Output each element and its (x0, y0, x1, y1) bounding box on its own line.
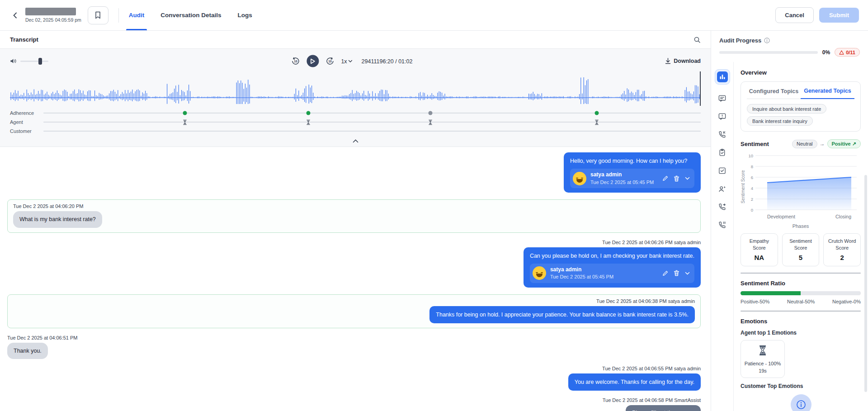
agents-sparkle-icon (718, 184, 726, 193)
message-bubble[interactable]: Please fill out the survey. (626, 405, 701, 411)
agent-emotion-cards: Patience - 100%19s (741, 340, 861, 378)
collapse-player-button[interactable] (353, 139, 359, 143)
pencil-icon (662, 175, 668, 181)
expand-message-button[interactable] (685, 177, 690, 180)
sentiment-title: Sentiment (741, 141, 769, 147)
task-check-icon (718, 166, 726, 175)
emotions-title: Emotions (741, 318, 861, 325)
rail-comment-alert-icon[interactable] (718, 112, 726, 121)
volume-handle[interactable] (38, 58, 42, 65)
message-bubble[interactable]: You are welcome. Thanks for calling for … (568, 373, 701, 391)
message-text: Thanks for being on hold. I appreciate y… (436, 311, 689, 319)
rail-agents-sparkle-icon[interactable] (718, 184, 726, 193)
audit-sidebar: Audit Progress 0% 0/11 (711, 31, 868, 411)
tab-audit[interactable]: Audit (129, 0, 145, 30)
back-button[interactable] (9, 9, 22, 22)
track-agent: Agent (0, 118, 711, 127)
sidebar-scrollbar[interactable] (864, 175, 867, 392)
agent-emotions-title: Agent top 1 Emotions (741, 330, 861, 336)
message-bubble[interactable]: Thanks for being on hold. I appreciate y… (429, 306, 695, 323)
bookmark-button[interactable] (88, 6, 108, 24)
call-transfer-icon (718, 203, 726, 211)
clipboard-check-icon (718, 148, 726, 157)
adherence-dot-marker[interactable] (306, 111, 310, 115)
expand-message-button[interactable] (685, 272, 690, 275)
tab-generated-topics[interactable]: Generated Topics (801, 88, 854, 99)
tab-conversation-details[interactable]: Conversation Details (160, 0, 221, 30)
rail-clipboard-check-icon[interactable] (718, 148, 726, 157)
play-button[interactable] (307, 55, 319, 67)
hourglass-marker-icon[interactable] (182, 119, 187, 125)
playhead-cursor[interactable] (700, 71, 701, 106)
score-label: EmpathyScore (742, 238, 776, 251)
rail-call-transfer-icon[interactable] (718, 203, 726, 211)
audit-progress-bar (719, 51, 818, 54)
rewind-10-icon: 10 (291, 57, 300, 66)
tab-logs[interactable]: Logs (238, 0, 252, 30)
topic-chip[interactable]: Bank interest rate inquiry (747, 116, 813, 126)
agent-card-time: Tue Dec 2 2025 at 05:45 PM (590, 179, 658, 186)
message-bubble[interactable]: Can you please be hold on, I am checking… (524, 247, 701, 288)
score-value: 2 (825, 254, 859, 261)
sentiment-chart: Sentiment Score 0246810DevelopmentClosin… (741, 151, 861, 222)
conversation-title-redacted (25, 8, 76, 15)
rail-call-missed-icon[interactable] (718, 130, 726, 139)
tab-configured-topics[interactable]: Configured Topics (747, 88, 801, 99)
time-display: 29411196:20 / 01:02 (362, 58, 413, 64)
edit-message-button[interactable] (662, 270, 668, 276)
message-text: You are welcome. Thanks for calling for … (575, 378, 694, 386)
overview-title: Overview (741, 69, 861, 76)
info-icon[interactable] (764, 38, 770, 43)
score-value: 5 (784, 254, 818, 261)
emotion-duration: 19s (743, 368, 783, 373)
chevron-down-icon (685, 272, 690, 275)
adherence-dot-marker[interactable] (595, 111, 599, 115)
divider (118, 8, 119, 23)
arrow-up-right-icon: ↗ (852, 141, 856, 146)
annotation-tracks: AdherenceAgentCustomer (0, 108, 711, 136)
rail-call-hold-icon[interactable] (718, 221, 726, 229)
top-bar: Dec 02, 2025 04:05:59 pm AuditConversati… (0, 0, 868, 31)
delete-message-button[interactable] (674, 175, 679, 182)
edit-message-button[interactable] (662, 175, 668, 181)
chevron-up-icon (353, 139, 359, 143)
hourglass-marker-icon[interactable] (306, 119, 311, 125)
download-button[interactable]: Download (665, 58, 701, 64)
rail-task-check-icon[interactable] (718, 166, 726, 175)
message-bubble[interactable]: What is my bank interest rate? (13, 211, 102, 227)
sentiment-ratio-labels: Positive-50%Neutral-50%Negative-0% (741, 299, 861, 304)
svg-text:8: 8 (751, 164, 753, 169)
topic-chip[interactable]: Inquire about bank interest rate (747, 104, 826, 113)
sentiment-to-badge[interactable]: Positive ↗ (827, 139, 861, 148)
message-bubble[interactable]: Hello, very good morning. How can I help… (564, 152, 701, 193)
waveform[interactable] (10, 71, 701, 108)
cancel-button[interactable]: Cancel (775, 7, 814, 23)
volume-slider[interactable] (20, 61, 48, 62)
submit-button[interactable]: Submit (819, 8, 859, 23)
track-adherence: Adherence (0, 109, 711, 118)
message-bubble[interactable]: Thank you. (7, 343, 48, 359)
hourglass-marker-icon[interactable] (428, 119, 433, 125)
hourglass-marker-icon[interactable] (594, 119, 599, 125)
bookmark-icon (94, 11, 101, 19)
audit-progress-label: Audit Progress (719, 37, 761, 44)
rail-analytics-icon[interactable] (715, 69, 730, 85)
rail-comment-icon[interactable] (718, 94, 726, 103)
chart-ylabel: Sentiment Score (741, 160, 745, 214)
info-fab-button[interactable] (791, 394, 811, 411)
adherence-dot-marker[interactable] (429, 111, 433, 115)
forward-10-button[interactable]: 10 (325, 57, 335, 66)
ratio-segment (741, 291, 801, 295)
adherence-dot-marker[interactable] (183, 111, 187, 115)
score-cards: EmpathyScoreNASentimentScore5Crutch Word… (741, 233, 861, 266)
emotion-label: Patience - 100% (743, 361, 783, 366)
delete-message-button[interactable] (674, 270, 679, 276)
conversation-title-block: Dec 02, 2025 04:05:59 pm (25, 8, 81, 23)
chart-graphic: 0246810DevelopmentClosing (745, 151, 859, 222)
rewind-10-button[interactable]: 10 (291, 57, 300, 66)
info-icon (796, 400, 806, 410)
playback-speed-select[interactable]: 1x (341, 58, 352, 64)
topics-card: Configured TopicsGenerated Topics Inquir… (741, 81, 861, 132)
score-card-crutch-word-score: Crutch WordScore2 (823, 233, 861, 266)
search-button[interactable] (693, 36, 701, 43)
